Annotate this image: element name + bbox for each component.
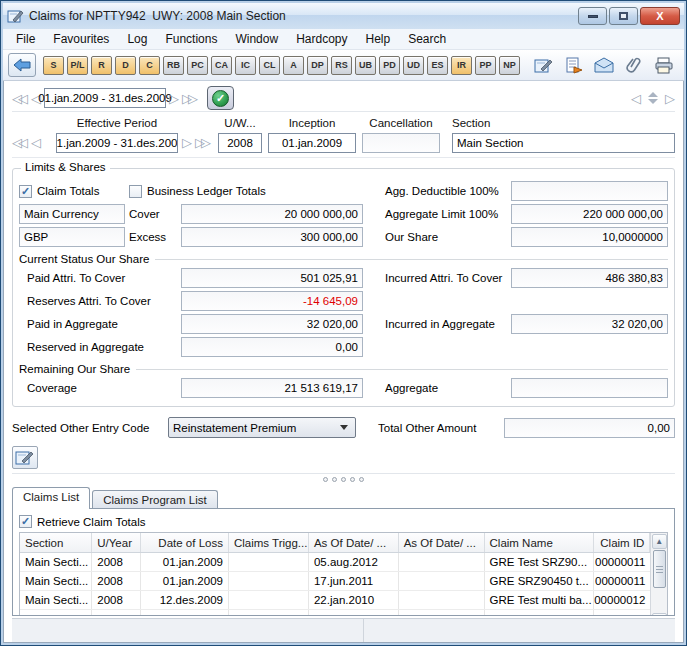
paid-in-aggregate-field[interactable]: 32 020,00	[181, 314, 363, 334]
last-record-button[interactable]: ▷▷	[182, 92, 198, 105]
attachment-button[interactable]	[623, 55, 645, 75]
col-claims-trigger[interactable]: Claims Trigg...	[229, 533, 309, 552]
toolbar-button-rs[interactable]: RS	[331, 56, 352, 75]
period-first-button[interactable]: ◁◁	[12, 136, 28, 149]
main-currency-button[interactable]: Main Currency	[19, 204, 125, 224]
menu-hardcopy[interactable]: Hardcopy	[287, 30, 356, 48]
section-field[interactable]: Main Section	[452, 133, 675, 153]
paid-in-aggregate-label: Paid in Aggregate	[19, 318, 177, 330]
other-entry-dropdown[interactable]: Reinstatement Premium	[168, 417, 356, 438]
menu-favourites[interactable]: Favourites	[44, 30, 118, 48]
col-as-of-date-2[interactable]: As Of Date/ ...	[399, 533, 485, 552]
back-button[interactable]	[8, 53, 36, 77]
mail-button[interactable]	[593, 55, 615, 75]
table-row[interactable]: Main Secti... 2008 02.feb.2009 20.jun.20…	[20, 610, 650, 616]
print-button[interactable]	[653, 55, 675, 75]
toolbar-button-ud[interactable]: UD	[403, 56, 424, 75]
table-row[interactable]: Main Secti... 2008 01.jan.2009 17.jun.20…	[20, 572, 650, 591]
toolbar-button-dp[interactable]: DP	[307, 56, 328, 75]
toolbar-button-pd[interactable]: PD	[379, 56, 400, 75]
toolbar-button-ic[interactable]: IC	[235, 56, 256, 75]
period-next-button[interactable]: ▷	[182, 136, 192, 149]
paid-attri-field[interactable]: 501 025,91	[181, 268, 363, 288]
first-record-button[interactable]: ◁◁	[12, 92, 28, 105]
period-prev-button[interactable]: ◁	[31, 136, 41, 149]
cover-field[interactable]: 20 000 000,00	[181, 204, 363, 224]
toolbar-button-c[interactable]: C	[139, 56, 160, 75]
scroll-left-button[interactable]: ◁	[631, 92, 641, 105]
toolbar-button-s[interactable]: S	[43, 56, 64, 75]
claims-table-header[interactable]: Section U/Year Date of Loss Claims Trigg…	[20, 533, 650, 553]
business-ledger-checkbox[interactable]: Business Ledger Totals	[129, 185, 363, 198]
confirm-button[interactable]: ✓	[207, 86, 234, 110]
table-row[interactable]: Main Secti... 2008 01.jan.2009 05.aug.20…	[20, 553, 650, 572]
retrieve-claim-totals-checkbox[interactable]: ✓ Retrieve Claim Totals	[19, 515, 668, 528]
toolbar-button-np[interactable]: NP	[499, 56, 520, 75]
col-as-of-date-1[interactable]: As Of Date/ ...	[309, 533, 399, 552]
toolbar-button-pl[interactable]: P/L	[67, 56, 88, 75]
currency-field[interactable]: GBP	[19, 227, 125, 247]
menu-file[interactable]: File	[7, 30, 44, 48]
menu-log[interactable]: Log	[118, 30, 156, 48]
minimize-button[interactable]	[578, 7, 607, 25]
restore-button[interactable]	[609, 7, 638, 25]
scroll-down-icon[interactable]: ▼	[652, 613, 667, 616]
reserved-in-aggregate-field[interactable]: 0,00	[181, 337, 363, 357]
menu-window[interactable]: Window	[226, 30, 287, 48]
cancellation-field[interactable]	[362, 133, 440, 153]
toolbar-button-ir[interactable]: IR	[451, 56, 472, 75]
period-last-button[interactable]: ▷▷	[195, 136, 211, 149]
next-record-button[interactable]: ▷	[169, 92, 179, 105]
table-row[interactable]: Main Secti... 2008 12.des.2009 22.jan.20…	[20, 591, 650, 610]
period-nav-field[interactable]: 01.jan.2009 - 31.des.2009	[44, 88, 166, 108]
close-button[interactable]: X	[640, 7, 680, 25]
tab-claims-program-list[interactable]: Claims Program List	[92, 490, 218, 509]
vertical-scroll-thumb[interactable]	[653, 550, 666, 588]
reserves-attri-field[interactable]: -14 645,09	[181, 291, 363, 311]
toolbar-button-ca[interactable]: CA	[211, 56, 232, 75]
toolbar-button-d[interactable]: D	[115, 56, 136, 75]
excess-field[interactable]: 300 000,00	[181, 227, 363, 247]
col-claim-name[interactable]: Claim Name	[485, 533, 594, 552]
col-date-of-loss[interactable]: Date of Loss	[141, 533, 229, 552]
toolbar-button-cl[interactable]: CL	[259, 56, 280, 75]
vertical-scrollbar[interactable]: ▲ ▼	[650, 533, 667, 616]
effective-period-field[interactable]: 01.jan.2009 - 31.des.2009	[56, 133, 178, 153]
coverage-field[interactable]: 21 513 619,17	[181, 378, 363, 398]
title-bar[interactable]: Claims for NPTTY942 UWY: 2008 Main Secti…	[3, 3, 684, 29]
toolbar-button-r[interactable]: R	[91, 56, 112, 75]
col-section[interactable]: Section	[20, 533, 92, 552]
toolbar-button-pp[interactable]: PP	[475, 56, 496, 75]
business-ledger-label: Business Ledger Totals	[147, 185, 266, 197]
aggregate-limit-field[interactable]: 220 000 000,00	[511, 204, 668, 224]
list-export-button[interactable]	[563, 55, 585, 75]
tab-claims-list[interactable]: Claims List	[12, 487, 90, 509]
toolbar-button-es[interactable]: ES	[427, 56, 448, 75]
splitter-handle[interactable]	[12, 473, 675, 485]
menu-help[interactable]: Help	[356, 30, 399, 48]
menu-functions[interactable]: Functions	[156, 30, 226, 48]
our-share-field[interactable]: 10,0000000	[511, 227, 668, 247]
claim-totals-checkbox[interactable]: ✓ Claim Totals	[19, 185, 125, 198]
incurred-attri-field[interactable]: 486 380,83	[511, 268, 668, 288]
incurred-in-aggregate-field[interactable]: 32 020,00	[511, 314, 668, 334]
form-detail-button[interactable]	[12, 446, 38, 469]
menu-search[interactable]: Search	[399, 30, 455, 48]
toolbar-button-pc[interactable]: PC	[187, 56, 208, 75]
scroll-right-button[interactable]: ▷	[665, 92, 675, 105]
aggregate-field[interactable]	[511, 378, 668, 398]
app-window: Claims for NPTTY942 UWY: 2008 Main Secti…	[0, 0, 687, 646]
scroll-up-icon[interactable]: ▲	[652, 534, 667, 549]
col-uyear[interactable]: U/Year	[92, 533, 141, 552]
uw-year-field[interactable]: 2008	[218, 133, 262, 153]
record-spinner[interactable]	[648, 92, 658, 104]
total-other-amount-field[interactable]: 0,00	[504, 418, 675, 438]
toolbar-button-a[interactable]: A	[283, 56, 304, 75]
col-claim-id[interactable]: Claim ID	[594, 533, 651, 552]
form-edit-button[interactable]	[533, 55, 555, 75]
status-pane-right	[364, 619, 675, 642]
agg-deductible-field[interactable]	[511, 181, 668, 201]
toolbar-button-ub[interactable]: UB	[355, 56, 376, 75]
toolbar-button-rb[interactable]: RB	[163, 56, 184, 75]
inception-field[interactable]: 01.jan.2009	[268, 133, 356, 153]
